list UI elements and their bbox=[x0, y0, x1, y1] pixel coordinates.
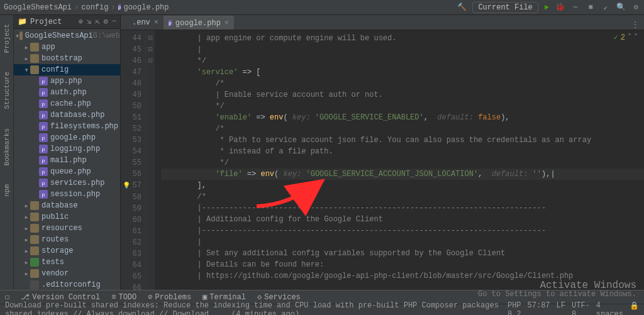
line-number[interactable]: 59 bbox=[121, 203, 142, 214]
tree-node[interactable]: storage bbox=[14, 245, 120, 257]
caret-icon[interactable] bbox=[23, 246, 30, 256]
tree-node[interactable]: .editorconfig bbox=[14, 279, 120, 290]
tree-node[interactable]: pauth.php bbox=[14, 87, 120, 98]
tabs-more-icon[interactable]: ⋮ bbox=[626, 20, 644, 30]
status-indent[interactable]: 4 spaces bbox=[596, 301, 623, 316]
line-number[interactable]: 56 bbox=[121, 169, 142, 180]
tree-node[interactable]: config bbox=[14, 64, 120, 75]
expand-all-icon[interactable]: ⇲ bbox=[87, 17, 91, 26]
line-number[interactable]: 57 bbox=[121, 180, 142, 192]
play-icon[interactable]: ► bbox=[545, 3, 549, 12]
tree-node[interactable]: papp.php bbox=[14, 75, 120, 87]
tool-npm[interactable]: npm bbox=[3, 184, 11, 197]
caret-icon[interactable] bbox=[23, 213, 30, 222]
line-number[interactable]: 47 bbox=[121, 67, 142, 78]
hide-icon[interactable]: − bbox=[112, 17, 116, 26]
line-number[interactable]: 54 bbox=[121, 146, 142, 157]
tree-node[interactable]: resources bbox=[14, 223, 120, 234]
caret-icon[interactable] bbox=[23, 43, 30, 52]
line-number[interactable]: 65 bbox=[121, 271, 142, 282]
tree-node[interactable]: psession.php bbox=[14, 189, 120, 200]
tree-node[interactable]: pcache.php bbox=[14, 98, 120, 109]
tree-node[interactable]: pmail.php bbox=[14, 155, 120, 166]
tree-node[interactable]: bootstrap bbox=[14, 53, 120, 64]
fold-mark[interactable]: ⊟ bbox=[146, 33, 155, 44]
line-number[interactable]: 53 bbox=[121, 135, 142, 146]
tool-structure[interactable]: Structure bbox=[3, 72, 11, 109]
bug-icon[interactable]: 🐞 bbox=[555, 3, 565, 12]
tree-node[interactable]: routes bbox=[14, 234, 120, 245]
line-number[interactable]: 61 bbox=[121, 226, 142, 237]
line-number[interactable]: 66 bbox=[121, 282, 142, 290]
hammer-icon[interactable]: 🔨 bbox=[457, 3, 466, 12]
status-encoding[interactable]: UTF-8 bbox=[572, 301, 590, 316]
caret-icon[interactable] bbox=[15, 31, 19, 41]
status-line-sep[interactable]: LF bbox=[557, 301, 565, 316]
caret-icon[interactable] bbox=[23, 235, 30, 245]
git-icon[interactable]: ↙ bbox=[601, 3, 610, 12]
run-config-picker[interactable]: Current File bbox=[472, 2, 538, 13]
line-number[interactable]: 50 bbox=[121, 101, 142, 112]
tree-node[interactable]: GoogleSheetsApi G:\web bbox=[14, 30, 120, 41]
tree-node[interactable]: plogging.php bbox=[14, 143, 120, 155]
status-php[interactable]: PHP 8.2 bbox=[508, 301, 521, 316]
inspection-widget[interactable]: ✓ ✓ 2 2 ˄ ˅ bbox=[614, 33, 638, 42]
breadcrumb-item[interactable]: google.php bbox=[123, 3, 169, 12]
caret-icon[interactable] bbox=[23, 54, 30, 64]
more-run-icon[interactable]: ⋯ bbox=[571, 3, 580, 12]
tree-node[interactable]: public bbox=[14, 211, 120, 223]
line-number[interactable]: 64 bbox=[121, 260, 142, 271]
caret-icon[interactable] bbox=[23, 65, 30, 75]
fold-gutter[interactable]: ⊟⊟⊟ bbox=[146, 30, 155, 290]
tree-node[interactable]: pdatabase.php bbox=[14, 109, 120, 121]
tree-node[interactable]: pfilesystems.php bbox=[14, 121, 120, 132]
settings-icon[interactable]: ⚙ bbox=[631, 3, 640, 12]
caret-icon[interactable] bbox=[23, 201, 30, 211]
status-caret-pos[interactable]: 57:87 bbox=[528, 301, 550, 316]
project-tree[interactable]: GoogleSheetsApi G:\webappbootstrapconfig… bbox=[14, 29, 120, 290]
line-number[interactable]: 46 bbox=[121, 55, 142, 67]
tab-google-php[interactable]: p google.php × bbox=[164, 16, 234, 30]
tree-node[interactable]: vendor bbox=[14, 268, 120, 279]
line-number[interactable]: 62 bbox=[121, 237, 142, 248]
tool-bookmarks[interactable]: Bookmarks bbox=[3, 128, 11, 165]
line-number[interactable]: 55 bbox=[121, 157, 142, 169]
lock-icon[interactable]: 🔒 bbox=[630, 301, 639, 316]
chevron-down-icon[interactable]: ˅ bbox=[634, 33, 638, 42]
code-content[interactable]: | app engine or compute engine will be u… bbox=[155, 30, 644, 290]
line-number[interactable]: 44 bbox=[121, 33, 142, 44]
line-number[interactable]: 49 bbox=[121, 89, 142, 101]
fold-mark[interactable]: ⊟ bbox=[146, 44, 155, 55]
tree-node[interactable]: tests bbox=[14, 257, 120, 268]
tool-project[interactable]: Project bbox=[3, 24, 11, 53]
chevron-up-icon[interactable]: ˄ bbox=[628, 33, 631, 42]
line-number[interactable]: 52 bbox=[121, 123, 142, 135]
tw-todo[interactable]: ≡TODO bbox=[111, 293, 136, 302]
caret-icon[interactable] bbox=[23, 224, 30, 233]
tree-node[interactable]: pgoogle.php bbox=[14, 132, 120, 143]
caret-icon[interactable] bbox=[23, 258, 30, 267]
gear-icon[interactable]: ⚙ bbox=[104, 17, 108, 26]
collapse-all-icon[interactable]: ⇱ bbox=[95, 17, 99, 26]
line-number[interactable]: 58 bbox=[121, 192, 142, 203]
close-icon[interactable]: × bbox=[225, 19, 229, 28]
line-number[interactable]: 45 bbox=[121, 44, 142, 55]
line-number-gutter[interactable]: 4445464748495051525354555657585960616263… bbox=[121, 30, 146, 290]
select-opened-file-icon[interactable]: ⊕ bbox=[79, 17, 83, 26]
close-icon[interactable]: × bbox=[154, 18, 158, 27]
line-number[interactable]: 63 bbox=[121, 248, 142, 260]
tree-node[interactable]: database bbox=[14, 200, 120, 211]
line-number[interactable]: 51 bbox=[121, 112, 142, 123]
tree-node[interactable]: pservices.php bbox=[14, 177, 120, 189]
breadcrumb-item[interactable]: config bbox=[81, 3, 108, 12]
line-number[interactable]: 60 bbox=[121, 214, 142, 226]
breadcrumb[interactable]: GoogleSheetsApi › config › p google.php bbox=[4, 3, 169, 12]
tree-node[interactable]: pqueue.php bbox=[14, 166, 120, 177]
caret-icon[interactable] bbox=[23, 269, 30, 279]
search-icon[interactable]: 🔍 bbox=[616, 3, 625, 12]
status-message[interactable]: Download pre-built shared indexes: Reduc… bbox=[5, 301, 508, 316]
fold-mark[interactable]: ⊟ bbox=[146, 55, 155, 67]
tree-node[interactable]: app bbox=[14, 41, 120, 53]
stop-icon[interactable]: ■ bbox=[586, 3, 595, 12]
line-number[interactable]: 48 bbox=[121, 78, 142, 89]
